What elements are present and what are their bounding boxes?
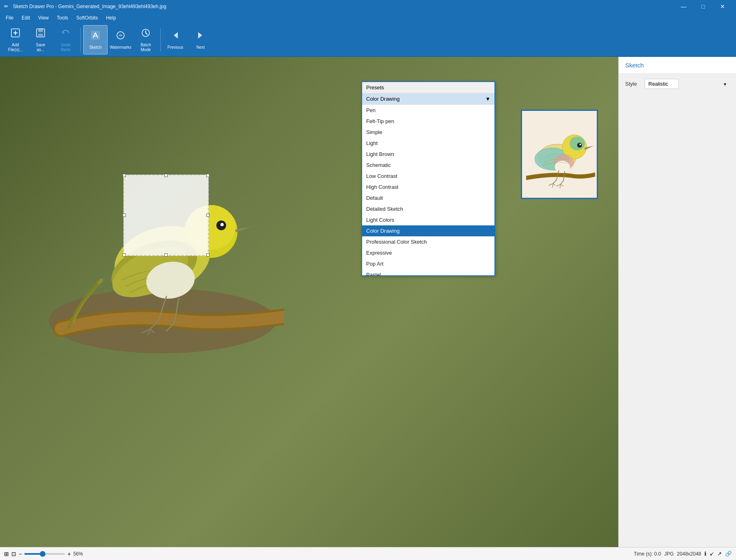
add-files-button[interactable]: AddFile(s)... (3, 25, 28, 54)
dropdown-selected-row[interactable]: Color Drawing ▼ (362, 93, 494, 105)
svg-marker-11 (174, 32, 178, 39)
dropdown-item[interactable]: Detailed Sketch (362, 203, 494, 214)
dropdown-item[interactable]: Schematic (362, 160, 494, 171)
menu-file[interactable]: File (2, 14, 17, 22)
share-icon[interactable]: 🔗 (725, 551, 732, 557)
selection-box[interactable] (123, 175, 209, 256)
dropdown-chevron-icon: ▼ (485, 96, 490, 102)
dimensions-display: 2048x2048 (677, 551, 701, 557)
dropdown-item[interactable]: Pop Art (362, 258, 494, 269)
dropdown-item[interactable]: Color Drawing (362, 225, 494, 236)
dropdown-item[interactable]: High Contrast (362, 182, 494, 192)
svg-point-18 (220, 223, 224, 226)
handle-tl[interactable] (123, 174, 126, 177)
add-files-label: AddFile(s)... (8, 43, 23, 52)
close-button[interactable]: ✕ (713, 0, 732, 13)
menu-tools[interactable]: Tools (53, 14, 72, 22)
save-as-button[interactable]: Saveas... (28, 25, 53, 54)
previous-button[interactable]: Previous (163, 25, 188, 54)
dropdown-item[interactable]: Light Colors (362, 214, 494, 225)
upload-icon[interactable]: ↗ (717, 551, 722, 557)
status-bar-right: Time (s): 0.0 JPG 2048x2048 ℹ ↙ ↗ 🔗 (634, 551, 732, 557)
zoom-slider[interactable] (24, 553, 65, 555)
handle-ml[interactable] (123, 214, 126, 217)
previous-icon (170, 30, 181, 43)
dropdown-item[interactable]: Expressive (362, 247, 494, 258)
handle-bl[interactable] (123, 253, 126, 257)
minimize-button[interactable]: — (674, 0, 693, 13)
sketch-button[interactable]: Sketch (83, 25, 108, 54)
handle-tc[interactable] (164, 174, 168, 177)
zoom-out-button[interactable]: − (19, 551, 22, 557)
sketch-label: Sketch (89, 45, 102, 50)
batch-mode-label: BatchMode (140, 43, 151, 52)
panel-content: Style Realistic Artistic Comic (619, 74, 736, 99)
dropdown-header: Presets (362, 82, 494, 93)
undo-redo-button[interactable]: UndoRedo (54, 25, 78, 54)
batch-mode-button[interactable]: BatchMode (134, 25, 158, 54)
dropdown-item[interactable]: Pastel (362, 269, 494, 275)
fit-view-icon[interactable]: ⊞ (4, 551, 9, 557)
format-display: JPG (664, 551, 673, 557)
dropdown-item[interactable]: Light Brown (362, 149, 494, 160)
canvas-area[interactable] (0, 57, 618, 547)
toolbar-sep-2 (160, 28, 161, 52)
dropdown-list[interactable]: PenFelt-Tip penSimpleLightLight BrownSch… (362, 105, 494, 275)
actual-size-icon[interactable]: ⊡ (11, 551, 16, 557)
menu-view[interactable]: View (34, 14, 53, 22)
handle-tr[interactable] (206, 174, 209, 177)
title-bar: ✏ Sketch Drawer Pro - Gemini_Generated_I… (0, 0, 736, 13)
toolbar: AddFile(s)... Saveas... UndoRedo Sketch … (0, 23, 736, 57)
zoom-in-button[interactable]: + (67, 551, 71, 557)
handle-bc[interactable] (164, 253, 168, 257)
style-select[interactable]: Realistic Artistic Comic (645, 79, 679, 89)
add-files-icon (10, 27, 21, 41)
presets-dropdown: Presets Color Drawing ▼ PenFelt-Tip penS… (361, 81, 495, 276)
preview-bird-svg (526, 115, 595, 196)
maximize-button[interactable]: □ (694, 0, 712, 13)
menu-help[interactable]: Help (102, 14, 120, 22)
status-bar-left: ⊞ ⊡ − + 56% (4, 551, 627, 557)
dropdown-item[interactable]: Simple (362, 127, 494, 138)
watermarks-label: Watermarks (110, 45, 132, 50)
handle-mr[interactable] (206, 214, 209, 217)
style-select-wrapper[interactable]: Realistic Artistic Comic (645, 79, 730, 89)
zoom-value: 56% (73, 551, 83, 557)
dropdown-item[interactable]: Light (362, 138, 494, 149)
canvas-background (0, 57, 618, 547)
style-label: Style (625, 81, 641, 87)
save-as-icon (35, 27, 46, 41)
info-icon[interactable]: ℹ (704, 551, 706, 557)
batch-mode-icon (140, 27, 151, 41)
watermarks-button[interactable]: Watermarks (108, 25, 133, 54)
time-display: Time (s): 0.0 (634, 551, 661, 557)
panel-title: Sketch (625, 62, 644, 69)
next-label: Next (196, 45, 205, 50)
dropdown-item[interactable]: Default (362, 192, 494, 203)
svg-point-30 (555, 161, 570, 173)
svg-point-28 (579, 144, 581, 145)
dropdown-item[interactable]: Felt-Tip pen (362, 116, 494, 127)
dropdown-selected-text: Color Drawing (366, 96, 399, 102)
svg-marker-12 (198, 32, 202, 39)
preview-thumbnail (521, 110, 598, 199)
menu-softorbits[interactable]: SoftOrbits (72, 14, 102, 22)
app-icon: ✏ (4, 3, 11, 10)
next-icon (195, 30, 206, 43)
dropdown-item[interactable]: Professional Color Sketch (362, 236, 494, 247)
svg-rect-4 (38, 29, 43, 32)
download-icon[interactable]: ↙ (710, 551, 714, 557)
menu-edit[interactable]: Edit (17, 14, 34, 22)
handle-br[interactable] (206, 253, 209, 257)
dropdown-item[interactable]: Low Contrast (362, 171, 494, 182)
dropdown-item[interactable]: Pen (362, 105, 494, 116)
svg-point-27 (577, 143, 582, 148)
style-row: Style Realistic Artistic Comic (625, 79, 730, 89)
svg-point-26 (570, 136, 585, 150)
zoom-thumb (40, 551, 45, 557)
sketch-icon (90, 30, 101, 43)
window-controls: — □ ✕ (674, 0, 732, 13)
svg-rect-5 (38, 34, 43, 36)
next-button[interactable]: Next (188, 25, 213, 54)
title-bar-text: Sketch Drawer Pro - Gemini_Generated_Ima… (13, 4, 674, 9)
